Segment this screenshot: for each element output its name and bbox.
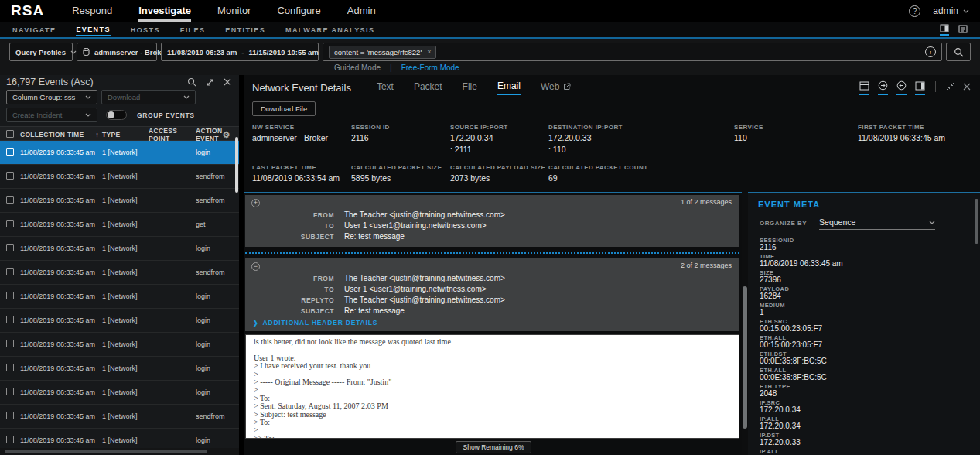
events-vertical-scrollbar-thumb[interactable] <box>235 137 238 193</box>
meta-value[interactable]: 172.20.0.34 <box>760 422 972 430</box>
event-row[interactable]: 11/08/2019 06:33:45 am1 [Network]login <box>0 357 239 381</box>
row-checkbox[interactable] <box>6 436 14 443</box>
sub-nav-item-entities[interactable]: ENTITIES <box>225 24 265 36</box>
shrink-panel-icon[interactable] <box>946 82 954 94</box>
tab-file[interactable]: File <box>463 81 477 94</box>
email-scroll-thumb[interactable] <box>743 286 747 429</box>
events-panel-view-icon[interactable] <box>940 24 949 36</box>
search-events-icon[interactable] <box>187 77 196 87</box>
row-checkbox[interactable] <box>6 340 14 347</box>
next-event-icon[interactable] <box>878 80 888 95</box>
organize-by-dropdown[interactable]: Sequence <box>819 217 935 230</box>
show-remaining-button[interactable]: Show Remaining 6% <box>456 441 532 453</box>
event-row[interactable]: 11/08/2019 06:33:45 am1 [Network]login <box>0 381 239 405</box>
sub-nav-item-events[interactable]: EVENTS <box>76 23 110 36</box>
event-row[interactable]: 11/08/2019 06:33:45 am1 [Network]login <box>0 309 239 333</box>
row-checkbox[interactable] <box>6 292 14 299</box>
meta-value[interactable]: 27396 <box>760 276 972 284</box>
meta-scrollbar-thumb[interactable] <box>975 199 978 244</box>
meta-value[interactable]: 2048 <box>760 390 972 398</box>
row-checkbox[interactable] <box>6 316 14 323</box>
toggle-header-panel-icon[interactable] <box>859 81 869 95</box>
sub-nav-item-navigate[interactable]: NAVIGATE <box>12 24 56 36</box>
row-checkbox[interactable] <box>6 196 14 204</box>
toggle-meta-panel-icon[interactable] <box>915 81 925 95</box>
event-row[interactable]: 11/08/2019 06:33:45 am1 [Network]sendfro… <box>0 165 239 189</box>
hscroll-thumb[interactable] <box>5 450 207 453</box>
tab-text[interactable]: Text <box>377 81 394 94</box>
event-row[interactable]: 11/08/2019 06:33:45 am1 [Network]login <box>0 237 239 261</box>
event-row[interactable]: 11/08/2019 06:33:45 am1 [Network]sendfro… <box>0 405 239 429</box>
meta-value[interactable]: 00:15:00:23:05:F7 <box>760 341 972 349</box>
time-range-selector[interactable]: 11/08/2019 06:23 am - 11/15/2019 10:55 a… <box>161 43 319 61</box>
meta-value[interactable]: 1 <box>760 309 972 316</box>
events-horizontal-scrollbar[interactable] <box>0 448 239 455</box>
meta-value[interactable]: 00:15:00:23:05:F7 <box>760 325 972 333</box>
top-nav-item-respond[interactable]: Respond <box>72 0 112 22</box>
event-row[interactable]: 11/08/2019 06:33:45 am1 [Network]sendfro… <box>0 189 239 213</box>
row-checkbox[interactable] <box>6 268 14 275</box>
email-body-line: > ----- Original Message ----- From: "Ju… <box>254 378 731 386</box>
help-icon[interactable]: ? <box>909 5 920 17</box>
column-header-access-point[interactable]: ACCESS POINT <box>149 127 196 142</box>
tab-web[interactable]: Web <box>541 81 571 94</box>
expand-panel-icon[interactable] <box>206 78 214 87</box>
meta-value[interactable]: 2116 <box>760 244 972 251</box>
list-view-icon[interactable] <box>958 25 968 35</box>
search-button[interactable] <box>946 43 971 61</box>
meta-item: MEDIUM1 <box>760 302 972 316</box>
meta-value[interactable]: 172.20.0.34 <box>760 406 972 414</box>
close-events-panel-icon[interactable] <box>224 78 231 86</box>
collapse-message-icon[interactable]: − <box>251 262 260 271</box>
row-checkbox[interactable] <box>6 388 14 395</box>
event-row[interactable]: 11/08/2019 06:33:45 am1 [Network]login <box>0 141 239 165</box>
select-all-checkbox[interactable] <box>6 130 14 138</box>
tab-email[interactable]: Email <box>497 80 521 95</box>
filter-pill[interactable]: content = 'message/rfc822' × <box>329 46 436 59</box>
sub-nav-item-files[interactable]: FILES <box>180 24 206 36</box>
freeform-mode-link[interactable]: Free-Form Mode <box>401 63 459 72</box>
column-header-action-event[interactable]: ACTION EVENT <box>196 127 222 142</box>
top-nav-item-monitor[interactable]: Monitor <box>217 0 251 22</box>
previous-event-icon[interactable] <box>896 80 907 95</box>
column-header-type[interactable]: TYPE <box>102 131 149 139</box>
column-group-dropdown[interactable]: Column Group: sss <box>6 90 97 104</box>
meta-value[interactable]: 00:0E:35:8F:BC:5C <box>760 374 972 381</box>
sub-nav-item-hosts[interactable]: HOSTS <box>131 24 160 36</box>
query-input[interactable]: content = 'message/rfc822' × i <box>323 43 942 61</box>
top-nav-item-investigate[interactable]: Investigate <box>138 0 191 22</box>
service-selector[interactable]: adminserver - Broker <box>77 43 157 61</box>
additional-header-details-link[interactable]: ❯ADDITIONAL HEADER DETAILS <box>253 319 732 327</box>
rsa-logo: RSA <box>11 2 44 19</box>
info-icon[interactable]: i <box>925 46 936 57</box>
row-checkbox[interactable] <box>6 172 14 180</box>
event-row[interactable]: 11/08/2019 06:33:45 am1 [Network]login <box>0 285 239 309</box>
email-vertical-scrollbar[interactable] <box>742 192 748 455</box>
row-checkbox[interactable] <box>6 364 14 371</box>
close-details-icon[interactable] <box>963 83 971 94</box>
group-events-toggle[interactable] <box>106 110 127 120</box>
event-row[interactable]: 11/08/2019 06:33:45 am1 [Network]login <box>0 333 239 357</box>
row-checkbox[interactable] <box>6 148 14 156</box>
top-nav-item-admin[interactable]: Admin <box>347 0 376 22</box>
event-row[interactable]: 11/08/2019 06:33:45 am1 [Network]sendfro… <box>0 261 239 285</box>
query-profiles-dropdown[interactable]: Query Profiles <box>9 43 73 61</box>
meta-value[interactable]: 16284 <box>760 292 972 300</box>
email-body-line: > <box>254 426 731 434</box>
event-row[interactable]: 11/08/2019 06:33:45 am1 [Network]get <box>0 213 239 237</box>
meta-value[interactable]: 172.20.0.33 <box>760 439 972 446</box>
download-file-button[interactable]: Download File <box>252 101 316 116</box>
row-checkbox[interactable] <box>6 220 14 228</box>
column-header-collection-time[interactable]: COLLECTION TIME ↑ <box>20 131 102 139</box>
expand-message-icon[interactable]: + <box>251 199 260 207</box>
row-checkbox[interactable] <box>6 244 14 251</box>
tab-packet[interactable]: Packet <box>414 81 442 94</box>
event-row[interactable]: 11/08/2019 06:33:46 am1 [Network]login <box>0 429 239 448</box>
sub-nav-item-malware-analysis[interactable]: MALWARE ANALYSIS <box>285 24 374 36</box>
row-checkbox[interactable] <box>6 412 14 419</box>
remove-filter-icon[interactable]: × <box>427 48 431 56</box>
meta-value[interactable]: 11/08/2019 06:33:45 am <box>760 260 972 268</box>
user-menu[interactable]: admin <box>933 5 969 16</box>
top-nav-item-configure[interactable]: Configure <box>277 0 320 22</box>
meta-value[interactable]: 00:0E:35:8F:BC:5C <box>760 358 972 365</box>
